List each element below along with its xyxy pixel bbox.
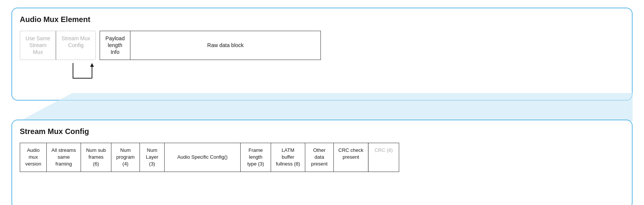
audio-mux-element-box: Audio Mux Element Use Same Stream Mux St… — [11, 8, 633, 101]
smc-cell-9: CRC check present — [334, 143, 368, 172]
smc-cell-0: Audio mux version — [20, 143, 47, 172]
smc-cell-2: Num sub frames (6) — [81, 143, 111, 172]
svg-marker-2 — [19, 93, 633, 121]
connector-svg — [11, 93, 633, 121]
audio-mux-element-title: Audio Mux Element — [20, 15, 624, 24]
stream-mux-config-title: Stream Mux Config — [20, 127, 624, 136]
stream-mux-config-box: Stream Mux Config Audio mux version All … — [11, 120, 633, 205]
smc-cell-10-dashed: CRC (8) — [368, 143, 399, 172]
smc-cell-1: All streams same framing — [47, 143, 81, 172]
svg-marker-1 — [90, 63, 94, 67]
smc-table: Audio mux version All streams same frami… — [20, 143, 399, 172]
ame-solid-table: Payload length Info Raw data block — [100, 31, 321, 60]
trapezoid-connector — [11, 101, 633, 121]
stream-mux-config-cell: Stream Mux Config — [56, 31, 95, 60]
payload-length-info-cell: Payload length Info — [100, 31, 130, 60]
smc-cell-5: Audio Specific Config() — [165, 143, 241, 172]
smc-cell-6: Frame length type (3) — [241, 143, 271, 172]
dashed-group: Use Same Stream Mux Stream Mux Config — [20, 31, 96, 60]
smc-cell-4: Num Layer (3) — [140, 143, 165, 172]
arrow-area — [20, 63, 624, 86]
use-same-stream-mux-cell: Use Same Stream Mux — [20, 31, 56, 60]
raw-data-block-cell: Raw data block — [130, 31, 320, 60]
smc-cell-3: Num program (4) — [111, 143, 140, 172]
smc-cell-7: LATM buffer fullness (8) — [271, 143, 305, 172]
arrow-svg — [58, 63, 103, 86]
main-container: Audio Mux Element Use Same Stream Mux St… — [0, 0, 644, 205]
ame-content-row: Use Same Stream Mux Stream Mux Config Pa… — [20, 31, 624, 60]
smc-cell-8: Other data present — [305, 143, 334, 172]
